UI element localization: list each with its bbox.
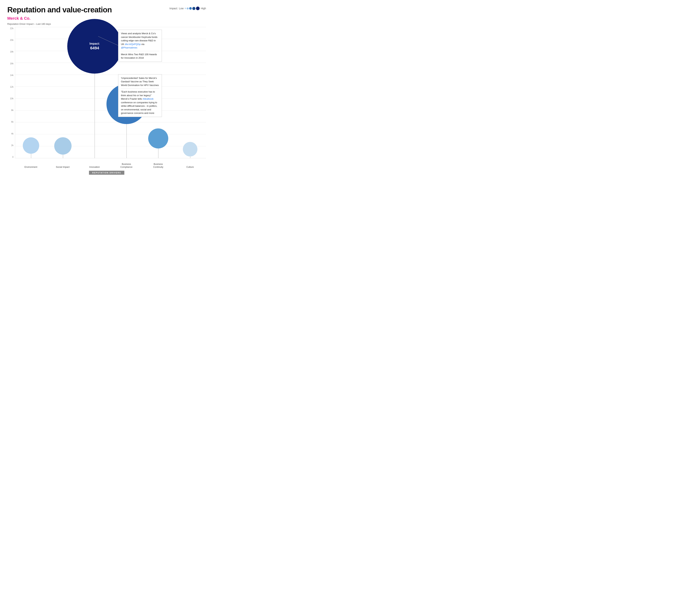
- bottom-bar: REPUTATION DRIVERS: [89, 171, 124, 175]
- x-label-compliance: BusinessCompliance: [111, 158, 142, 169]
- y-label-4k: 4k: [7, 132, 15, 135]
- x-label-social: Social Impact: [47, 158, 79, 169]
- y-label-18k: 18k: [7, 50, 15, 53]
- bubble-environment[interactable]: [23, 137, 39, 154]
- grid-6k: [15, 122, 206, 123]
- y-label-20k: 20k: [7, 39, 15, 41]
- tooltip-innovation: Views and analysis Merck & Co's cancer b…: [118, 30, 162, 62]
- y-label-6k: 6k: [7, 120, 15, 123]
- y-label-14k: 14k: [7, 74, 15, 77]
- tooltip-top-text2: Merck Wins Two R&D 100 Awards for Innova…: [121, 53, 159, 60]
- x-axis: Environment Social Impact Innovation Bus…: [15, 158, 206, 169]
- tooltip-sep-2: [121, 88, 159, 89]
- tooltip-bottom-text1: 'Unprecedented' Sales for Merck's Gardas…: [121, 76, 159, 87]
- tooltip-top-text1: Views and analysis Merck & Co's cancer b…: [121, 32, 159, 50]
- legend-dot-2: [187, 8, 189, 10]
- legend-high-label: High: [201, 7, 206, 10]
- tooltip-sep-1: [121, 51, 159, 51]
- bubble-business-continuity[interactable]: [148, 128, 168, 149]
- y-label-0: 0: [7, 156, 15, 158]
- chart-inner: Impact: 6494 Impact: 4562 Views and anal…: [15, 27, 206, 158]
- bubble-culture[interactable]: [183, 142, 197, 156]
- page-title: Reputation and value-creation: [7, 5, 112, 14]
- legend-dot-1: [185, 8, 186, 9]
- tooltip-compliance: 'Unprecedented' Sales for Merck's Gardas…: [118, 74, 162, 117]
- y-label-2k: 2k: [7, 144, 15, 146]
- chart-area: 0 2k 4k 6k 8k 10k 12k 14k 16k 18k 20k 22…: [7, 27, 206, 169]
- y-label-22k: 22k: [7, 27, 15, 30]
- legend-dots: [185, 7, 200, 10]
- y-label-8k: 8k: [7, 109, 15, 112]
- legend-low-label: Low: [179, 7, 184, 10]
- y-axis: 0 2k 4k 6k 8k 10k 12k 14k 16k 18k 20k 22…: [7, 27, 15, 158]
- bubble-innovation[interactable]: Impact: 6494: [67, 19, 122, 74]
- grid-14k: [15, 75, 206, 75]
- bubble-innovation-value: 6494: [90, 46, 99, 50]
- y-label-10k: 10k: [7, 97, 15, 100]
- x-label-continuity: BusinessContinuity: [142, 158, 174, 169]
- impact-legend: Impact: Low High: [170, 7, 206, 10]
- y-label-12k: 12k: [7, 86, 15, 88]
- header: Reputation and value-creation Merck & Co…: [7, 5, 206, 22]
- x-label-innovation: Innovation: [78, 158, 111, 169]
- tooltip-dealbook[interactable]: #dealbook: [142, 98, 153, 100]
- tooltip-link1[interactable]: dlvr.it/QsPQGp: [125, 43, 141, 46]
- y-label-16k: 16k: [7, 62, 15, 65]
- legend-dot-4: [192, 7, 196, 10]
- tooltip-link2[interactable]: @Pharmatimes: [121, 46, 137, 49]
- x-label-environment: Environment: [15, 158, 47, 169]
- bubble-innovation-label: Impact:: [89, 42, 100, 46]
- legend-dot-3: [189, 7, 192, 10]
- bubble-social-impact[interactable]: [54, 137, 72, 155]
- legend-dot-5: [196, 7, 200, 10]
- legend-impact-label: Impact:: [170, 7, 178, 10]
- x-label-culture: Culture: [174, 158, 206, 169]
- tooltip-bottom-text2: "Each business executive has to think ab…: [121, 90, 159, 115]
